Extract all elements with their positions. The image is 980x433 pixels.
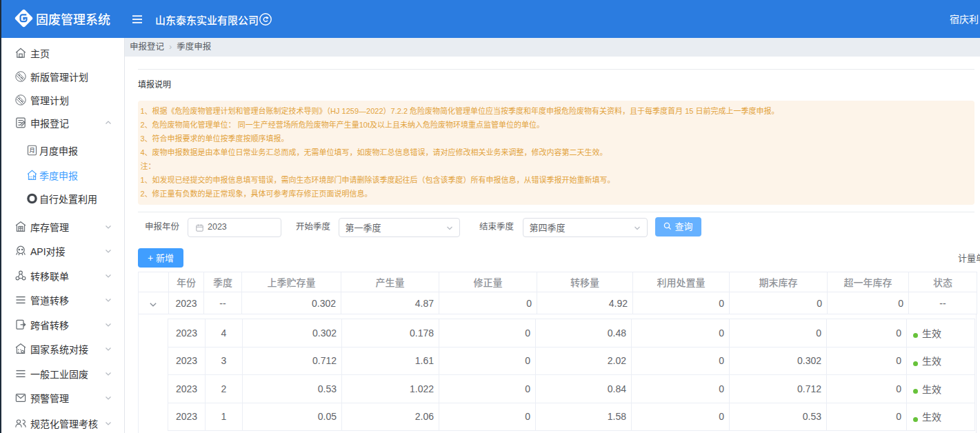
svg-text:月: 月 bbox=[29, 147, 35, 154]
